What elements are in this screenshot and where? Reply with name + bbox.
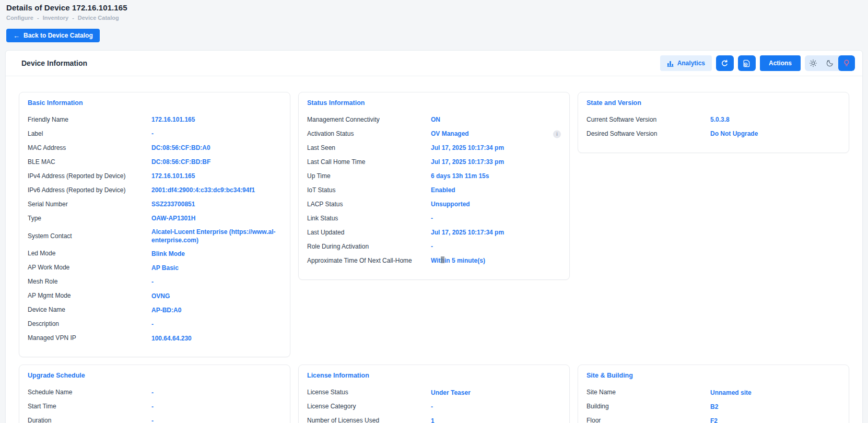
theme-light-button[interactable] — [805, 55, 822, 71]
detail-row: Management Connectivity ON — [307, 113, 561, 127]
breadcrumb: Configure-Inventory-Device Catalog — [6, 15, 862, 21]
detail-value: - — [151, 415, 281, 423]
detail-value: ON — [431, 113, 561, 126]
detail-value: AP Basic — [151, 262, 281, 274]
breadcrumb-separator: - — [37, 15, 39, 21]
analytics-button-label: Analytics — [677, 60, 705, 67]
detail-value: - — [151, 318, 281, 331]
info-card: Status Information Management Connectivi… — [298, 92, 570, 280]
detail-value: 172.16.101.165 — [151, 170, 281, 182]
card-title: Status Information — [307, 99, 561, 107]
detail-row: Label - — [28, 127, 281, 141]
detail-label: Site Name — [587, 386, 710, 398]
detail-row: IoT Status Enabled — [307, 183, 561, 197]
detail-value: 5.0.3.8 — [710, 113, 840, 126]
detail-row: Serial Number SSZ233700851 — [28, 197, 281, 212]
detail-row: System Contact Alcatel-Lucent Enterprise… — [28, 226, 281, 246]
card-title: State and Version — [587, 99, 840, 107]
detail-row: Device Name AP-BD:A0 — [28, 303, 281, 317]
detail-value: Under Teaser — [431, 386, 561, 399]
detail-label: System Contact — [28, 230, 151, 242]
detail-label: Duration — [28, 415, 151, 423]
detail-value: Within 5 minute(s) — [431, 254, 561, 267]
detail-row: Number of Licenses Used 1 — [307, 414, 561, 423]
detail-row: Last Call Home Time Jul 17, 2025 10:17:3… — [307, 155, 561, 169]
panel-header: Device Information Analytics Actions — [6, 51, 862, 76]
detail-row: Description - — [28, 317, 281, 331]
theme-dark-button[interactable] — [822, 55, 838, 71]
detail-label: Desired Software Version — [587, 128, 710, 140]
back-to-device-catalog-button[interactable]: ← Back to Device Catalog — [6, 29, 100, 42]
detail-label: IPv6 Address (Reported by Device) — [28, 184, 151, 196]
detail-row: Up Time 6 days 13h 11m 15s — [307, 169, 561, 183]
info-icon[interactable]: i — [553, 130, 561, 138]
detail-value: 100.64.64.230 — [151, 332, 281, 345]
detail-value: Do Not Upgrade — [710, 127, 840, 140]
info-card: Basic Information Friendly Name 172.16.1… — [19, 92, 290, 357]
analytics-button[interactable]: Analytics — [660, 55, 712, 71]
card-title: License Information — [307, 372, 561, 379]
breadcrumb-separator: - — [72, 15, 74, 21]
detail-row: Led Mode Blink Mode — [28, 246, 281, 261]
breadcrumb-item[interactable]: Inventory — [43, 15, 69, 21]
card-rows: License Status Under Teaser License Cate… — [307, 385, 561, 423]
breadcrumb-item[interactable]: Device Catalog — [78, 15, 119, 21]
detail-row: Schedule Name - — [28, 385, 281, 400]
detail-value: OV Managed — [431, 127, 561, 140]
detail-label: Last Call Home Time — [307, 156, 431, 168]
detail-label: Management Connectivity — [307, 114, 431, 126]
file-download-icon — [742, 59, 751, 68]
detail-label: Current Software Version — [587, 114, 710, 126]
card-title: Upgrade Schedule — [28, 372, 281, 379]
detail-row: Mesh Role - — [28, 275, 281, 289]
detail-value: Unsupported — [431, 198, 561, 210]
export-button[interactable] — [738, 55, 756, 71]
theme-auto-button[interactable] — [838, 55, 855, 71]
detail-value: SSZ233700851 — [151, 198, 281, 210]
detail-value: Alcatel-Lucent Enterprise (https://www.a… — [151, 226, 281, 246]
detail-label: Managed VPN IP — [28, 332, 151, 344]
detail-row: Type OAW-AP1301H — [28, 212, 281, 226]
detail-value: Jul 17, 2025 10:17:34 pm — [431, 142, 561, 154]
actions-button[interactable]: Actions — [760, 55, 801, 71]
detail-row: License Category - — [307, 400, 561, 414]
detail-value: DC:08:56:CF:BD:BF — [151, 156, 281, 168]
detail-row: Start Time - — [28, 400, 281, 414]
detail-row: BLE MAC DC:08:56:CF:BD:BF — [28, 155, 281, 169]
detail-value: - — [151, 386, 281, 399]
detail-row: Building B2 — [587, 400, 840, 414]
detail-value: - — [151, 401, 281, 413]
detail-row: IPv6 Address (Reported by Device) 2001:d… — [28, 183, 281, 197]
detail-label: Schedule Name — [28, 386, 151, 398]
card-title: Basic Information — [28, 99, 281, 107]
breadcrumb-item[interactable]: Configure — [6, 15, 33, 21]
detail-row: LACP Status Unsupported — [307, 197, 561, 212]
detail-label: Led Mode — [28, 248, 151, 260]
detail-value: - — [151, 127, 281, 140]
detail-value: - — [431, 240, 561, 253]
detail-row: AP Work Mode AP Basic — [28, 261, 281, 275]
detail-row: License Status Under Teaser — [307, 385, 561, 400]
detail-label: MAC Address — [28, 142, 151, 154]
detail-value: AP-BD:A0 — [151, 304, 281, 316]
refresh-icon — [720, 59, 729, 68]
detail-value: DC:08:56:CF:BD:A0 — [151, 142, 281, 154]
page-title: Details of Device 172.16.101.165 — [6, 3, 862, 12]
device-details-page: { "header": { "title": "Details of Devic… — [0, 0, 868, 423]
detail-row: Last Updated Jul 17, 2025 10:17:34 pm — [307, 226, 561, 240]
panel-title: Device Information — [21, 59, 87, 67]
bar-chart-icon — [667, 60, 674, 67]
detail-row: Role During Activation - — [307, 240, 561, 254]
detail-label: Approximate Time Of Next Call-Home — [307, 255, 431, 267]
refresh-button[interactable] — [716, 55, 734, 71]
info-card: License Information License Status Under… — [298, 365, 570, 423]
detail-row: AP Mgmt Mode OVNG — [28, 289, 281, 303]
detail-value: 2001:df4:2900:4:c33:dc9:bc34:94f1 — [151, 184, 281, 196]
detail-label: License Category — [307, 401, 431, 413]
back-button-label: Back to Device Catalog — [24, 32, 93, 39]
detail-row: Floor F2 — [587, 414, 840, 423]
detail-label: Last Updated — [307, 227, 431, 239]
card-rows: Current Software Version 5.0.3.8 Desired… — [587, 113, 840, 141]
detail-value: Jul 17, 2025 10:17:33 pm — [431, 156, 561, 168]
detail-label: Mesh Role — [28, 276, 151, 288]
